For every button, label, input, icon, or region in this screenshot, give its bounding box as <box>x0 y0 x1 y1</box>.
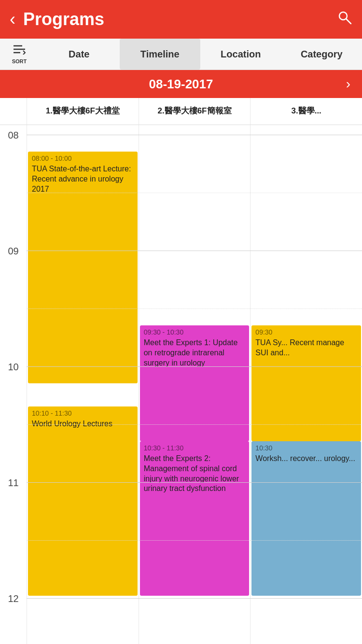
timeline-grid: 080910111213 08:00 - 10:00TUA State-of-t… <box>0 125 362 644</box>
event-title: Meet the Experts 1: Update on retrograde… <box>144 338 246 368</box>
halfhour-line-11 <box>27 540 362 541</box>
event-e5[interactable]: 10:30 - 11:30Meet the Experts 2: Managem… <box>140 441 250 596</box>
event-e3[interactable]: 09:30TUA Sy... Recent manage SUI and... <box>251 325 361 441</box>
location-col-3: 3.醫學... <box>250 98 362 125</box>
location-col-2: 2.醫學大樓6F簡報室 <box>139 98 251 125</box>
event-time: 08:00 - 10:00 <box>32 154 134 162</box>
hour-line-9 <box>27 251 362 251</box>
event-time: 09:30 - 10:30 <box>144 328 246 336</box>
event-time: 09:30 <box>255 328 357 336</box>
event-time: 10:30 <box>255 444 357 452</box>
event-e2[interactable]: 09:30 - 10:30Meet the Experts 1: Update … <box>140 325 250 441</box>
tab-date[interactable]: Date <box>39 39 120 70</box>
hour-label-10: 10 <box>0 362 27 373</box>
hour-line-11 <box>27 482 362 483</box>
back-button[interactable]: ‹ <box>10 11 15 28</box>
next-date-button[interactable]: › <box>346 76 350 92</box>
event-title: TUA State-of-the-art Lecture: Recent adv… <box>32 164 134 194</box>
event-e1[interactable]: 08:00 - 10:00TUA State-of-the-art Lectur… <box>28 152 138 383</box>
time-gutter-column: 080910111213 <box>0 125 27 644</box>
time-gutter-spacer <box>0 98 27 125</box>
sort-button[interactable]: SORT <box>0 40 39 68</box>
location-header-row: 1.醫學大樓6F大禮堂 2.醫學大樓6F簡報室 3.醫學... <box>0 98 362 125</box>
search-button[interactable] <box>337 10 352 29</box>
event-e6[interactable]: 10:30Worksh... recover... urology... <box>251 441 361 596</box>
col-3: 09:30TUA Sy... Recent manage SUI and...1… <box>250 125 362 644</box>
page-title: Programs <box>23 9 337 29</box>
halfhour-line-10 <box>27 424 362 425</box>
event-title: TUA Sy... Recent manage SUI and... <box>255 338 357 358</box>
events-container: 08:00 - 10:00TUA State-of-the-art Lectur… <box>27 125 362 644</box>
sort-icon <box>13 44 26 57</box>
date-label: 08-19-2017 <box>149 77 213 92</box>
event-title: Worksh... recover... urology... <box>255 454 357 464</box>
tab-timeline[interactable]: Timeline <box>120 39 201 70</box>
sort-label: SORT <box>12 58 27 64</box>
hour-label-9: 09 <box>0 246 27 257</box>
tab-location[interactable]: Location <box>200 39 281 70</box>
halfhour-line-8 <box>27 193 362 193</box>
hour-label-8: 08 <box>0 130 27 141</box>
hour-label-11: 11 <box>0 477 27 489</box>
tab-bar: SORT Date Timeline Location Category <box>0 39 362 70</box>
hour-label-12: 12 <box>0 593 27 604</box>
location-col-1: 1.醫學大樓6F大禮堂 <box>27 98 139 125</box>
hour-line-12 <box>27 598 362 599</box>
svg-line-1 <box>346 19 351 24</box>
hour-line-8 <box>27 135 362 135</box>
tab-category[interactable]: Category <box>281 39 362 70</box>
app-header: ‹ Programs <box>0 0 362 39</box>
date-bar: 08-19-2017 › <box>0 70 362 98</box>
event-e4[interactable]: 10:10 - 11:30World Urology Lectures <box>28 406 138 596</box>
event-time: 10:30 - 11:30 <box>144 444 246 452</box>
event-title: Meet the Experts 2: Management of spinal… <box>144 454 246 494</box>
col-2: 09:30 - 10:30Meet the Experts 1: Update … <box>139 125 251 644</box>
hour-line-10 <box>27 366 362 367</box>
event-time: 10:10 - 11:30 <box>32 409 134 417</box>
halfhour-line-9 <box>27 308 362 309</box>
col-1: 08:00 - 10:00TUA State-of-the-art Lectur… <box>27 125 139 644</box>
